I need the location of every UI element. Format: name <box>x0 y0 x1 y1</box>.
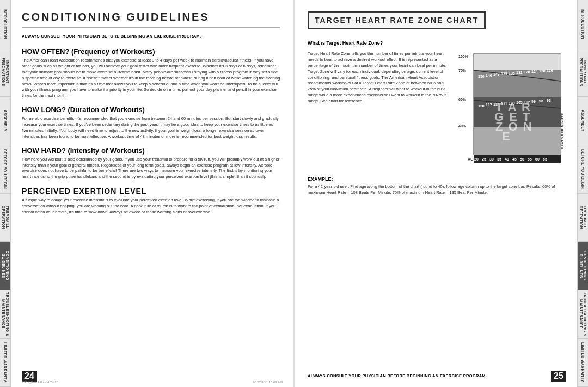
svg-text:45: 45 <box>512 157 517 161</box>
right-sidebar: INTRODUCTION IMPORTANT PRECAUTIONS ASSEM… <box>577 0 588 387</box>
svg-text:20: 20 <box>474 157 479 161</box>
svg-text:146: 146 <box>486 73 492 77</box>
footer-disclaimer: ALWAYS CONSULT YOUR PHYSICIAN BEFORE BEG… <box>308 369 566 378</box>
sidebar-item-operation-right[interactable]: TREADMILL OPERATION <box>578 194 588 242</box>
svg-text:93: 93 <box>547 99 551 102</box>
sidebar-item-warranty-right[interactable]: LIMITED WARRANTY <box>578 339 588 387</box>
sidebar-item-assembly-left[interactable]: ASSEMBLY <box>0 97 10 145</box>
svg-text:Z O N: Z O N <box>495 120 533 133</box>
svg-text:25: 25 <box>482 157 486 161</box>
svg-text:102: 102 <box>524 100 530 104</box>
how-often-title: HOW OFTEN? (Frequency of Workouts) <box>22 47 280 56</box>
svg-text:60%: 60% <box>458 97 467 101</box>
heart-rate-chart: 150 146 143 139 135 131 128 124 120 116 … <box>457 51 566 171</box>
sidebar-item-introduction-left[interactable]: INTRODUCTION <box>0 0 10 48</box>
sidebar-item-warranty-left[interactable]: LIMITED WARRANTY <box>0 339 10 387</box>
sidebar-item-troubleshooting-left[interactable]: TROUBLESHOOTING & MAINTENANCE <box>0 290 10 339</box>
how-long-body: For aerobic exercise benefits, it's reco… <box>22 116 280 140</box>
sidebar-item-before-right[interactable]: BEFORE YOU BEGIN <box>578 145 588 194</box>
svg-text:BEATS PER MINUTE: BEATS PER MINUTE <box>561 113 564 149</box>
page-number-left: 24 <box>22 371 37 382</box>
svg-text:50: 50 <box>520 157 524 161</box>
sidebar-item-introduction-right[interactable]: INTRODUCTION <box>578 0 588 48</box>
left-disclaimer: ALWAYS CONSULT YOUR PHYSICIAN BEFORE BEG… <box>22 34 280 39</box>
what-is-title: What is Target Heart Rate Zone? <box>308 40 566 46</box>
svg-text:E: E <box>502 130 511 143</box>
sidebar-item-precautions-left[interactable]: IMPORTANT PRECAUTIONS <box>0 48 10 97</box>
svg-text:30: 30 <box>489 157 494 161</box>
how-hard-title: HOW HARD? (Intensity of Workouts) <box>22 146 280 155</box>
svg-text:124: 124 <box>531 70 538 73</box>
svg-text:75%: 75% <box>458 69 467 72</box>
right-page: TARGET HEART RATE ZONE CHART What is Tar… <box>295 0 577 387</box>
svg-text:99: 99 <box>531 100 536 103</box>
how-hard-body: How hard you workout is also determined … <box>22 157 280 181</box>
svg-text:96: 96 <box>539 99 543 103</box>
chart-area: Target Heart Rate Zone tells you the num… <box>308 51 566 171</box>
svg-text:139: 139 <box>501 72 507 76</box>
svg-text:65: 65 <box>543 157 547 161</box>
example-text: For a 42-year-old user: Find age along t… <box>308 184 566 196</box>
sidebar-item-conditioning-left[interactable]: CONDITIONING GUIDELINES <box>0 242 10 290</box>
sidebar-item-troubleshooting-right[interactable]: TROUBLESHOOTING & MAINTENANCE <box>578 290 588 339</box>
sidebar-item-conditioning-right[interactable]: CONDITIONING GUIDELINES <box>578 242 588 290</box>
how-often-body: The American Heart Association recommend… <box>22 58 280 99</box>
perceived-exertion-body: A simple way to gauge your exercise inte… <box>22 198 280 216</box>
svg-rect-1 <box>474 54 561 70</box>
page-number-right: 25 <box>551 371 566 382</box>
svg-text:111: 111 <box>501 102 507 106</box>
page-title: CONDITIONING GUIDELINES <box>22 11 280 28</box>
svg-text:150: 150 <box>478 75 485 78</box>
svg-text:55: 55 <box>528 157 532 161</box>
chart-description: Target Heart Rate Zone tells you the num… <box>308 51 451 171</box>
main-content: CONDITIONING GUIDELINES ALWAYS CONSULT Y… <box>11 0 577 387</box>
svg-text:128: 128 <box>524 70 530 74</box>
svg-text:114: 114 <box>493 102 500 106</box>
how-long-title: HOW LONG? (Duration of Workouts) <box>22 106 280 114</box>
sidebar-item-assembly-right[interactable]: ASSEMBLY <box>578 97 588 145</box>
svg-text:35: 35 <box>497 157 501 161</box>
svg-text:120: 120 <box>539 69 546 73</box>
svg-text:135: 135 <box>509 71 515 75</box>
sidebar-item-operation-left[interactable]: TREADMILL OPERATION <box>0 194 10 242</box>
sidebar-item-before-left[interactable]: BEFORE YOU BEGIN <box>0 145 10 194</box>
left-page: CONDITIONING GUIDELINES ALWAYS CONSULT Y… <box>11 0 295 387</box>
svg-text:108: 108 <box>509 101 515 105</box>
svg-text:60: 60 <box>535 157 540 161</box>
perceived-exertion-title: PERCEIVED EXERTION LEVEL <box>22 187 280 195</box>
svg-text:116: 116 <box>547 69 553 72</box>
svg-text:117: 117 <box>486 103 492 107</box>
svg-text:131: 131 <box>516 71 523 75</box>
svg-text:120: 120 <box>478 104 485 108</box>
right-page-title: TARGET HEART RATE ZONE CHART <box>308 11 486 29</box>
date-info: 3/12/09 11:16:03 AM <box>253 380 283 384</box>
svg-text:100%: 100% <box>458 54 469 58</box>
left-sidebar: INTRODUCTION IMPORTANT PRECAUTIONS ASSEM… <box>0 0 11 387</box>
svg-text:105: 105 <box>516 101 523 105</box>
chart-svg: 150 146 143 139 135 131 128 124 120 116 … <box>457 51 566 176</box>
svg-text:143: 143 <box>493 72 500 76</box>
sidebar-item-precautions-right[interactable]: IMPORTANT PRECAUTIONS <box>578 48 588 97</box>
svg-text:40: 40 <box>505 157 509 161</box>
svg-rect-35 <box>474 155 561 163</box>
svg-text:40%: 40% <box>458 124 467 128</box>
example-title: EXAMPLE: <box>308 176 566 182</box>
file-info: T901_Rev.2.0.indd 24-25 <box>22 380 58 384</box>
